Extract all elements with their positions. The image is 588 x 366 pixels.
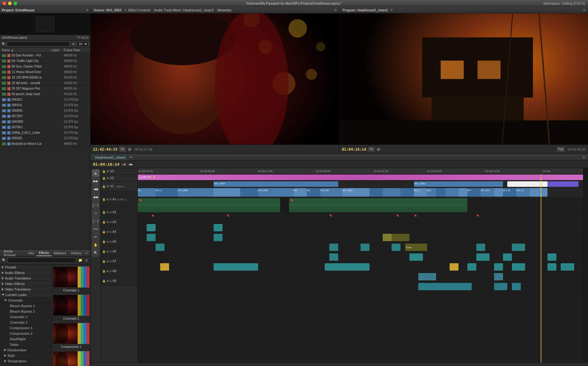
workspace-selector[interactable]: Workspace: Editing (CS5.5) (543, 2, 585, 5)
track-lock-a4[interactable]: 🔒 (102, 230, 106, 233)
clip-v1-mvi93[interactable]: MVI_93 (516, 188, 530, 197)
category-video-effects-header[interactable]: Video Effects (0, 281, 52, 287)
tab-program[interactable]: Program: HeatHouse2_clean2 (341, 8, 390, 13)
snap-icon[interactable]: |◀| (122, 163, 126, 166)
tool-slip[interactable]: [↔] (92, 217, 99, 225)
tool-pen[interactable]: ✏ (92, 233, 99, 241)
track-lock-a7[interactable]: 🔒 (102, 260, 106, 263)
tool-track-select[interactable]: ▶▶ (92, 177, 99, 185)
tool-rolling-edit[interactable]: ◆◆ (92, 193, 99, 201)
clip-v1-3[interactable] (240, 188, 258, 197)
effect-thumb-compression-2[interactable]: Compression 2 (54, 351, 88, 366)
subcategory-style[interactable]: Style (0, 353, 52, 358)
a7-clip-3[interactable] (467, 263, 476, 271)
a9-clip-3[interactable] (512, 283, 521, 290)
tool-zoom[interactable]: 🔍 (92, 249, 99, 256)
track-lock-a2[interactable]: 🔒 (102, 211, 106, 214)
track-solo-a6[interactable]: S (110, 250, 112, 253)
effect-compression-2[interactable]: Compression 2 (0, 331, 52, 336)
source-close[interactable]: ✕ (124, 8, 126, 12)
effect-sepia[interactable]: Sepia (0, 342, 52, 347)
list-item[interactable]: ♪ 29 357 Magnum Pist 48000 Hz (0, 86, 90, 91)
timeline-right-scroller[interactable] (583, 168, 588, 362)
clip-v2-white[interactable] (507, 181, 547, 187)
track-mute-a9[interactable]: M (106, 279, 109, 283)
a6-clip-5[interactable] (547, 253, 556, 261)
tool-ripple-edit[interactable]: ◀◆ (92, 185, 99, 193)
effect-compression-1[interactable]: Compression 1 (0, 325, 52, 331)
effect-thumb-cinematic-2[interactable]: Cinematic 2 (54, 295, 88, 320)
track-mute-a1[interactable]: M (106, 198, 109, 201)
track-lock-v2[interactable]: 🔒 (102, 177, 106, 180)
new-item-icon[interactable]: 🗒 (85, 259, 88, 262)
effect-bleach-bypass-2[interactable]: Bleach Bypass 2 (0, 309, 52, 314)
effect-thumb-compression-1[interactable]: Compression 1 (54, 323, 88, 349)
clip-v1-mv2[interactable]: MV (307, 188, 320, 197)
close-button[interactable] (2, 2, 6, 5)
effect-cinematic-2[interactable]: Cinematic 2 (0, 320, 52, 325)
minimize-button[interactable] (8, 2, 12, 5)
a6-clip-3[interactable] (476, 253, 490, 261)
clip-v1-mvi9955[interactable]: MVI_9955 (178, 188, 214, 197)
clip-v1-6[interactable] (383, 188, 400, 197)
track-mute-a8[interactable]: M (106, 270, 109, 273)
program-close[interactable]: ✕ (390, 8, 393, 12)
list-item[interactable]: ♪ 56 punch, body hard, 44100 Hz (0, 91, 90, 97)
subcategory-desaturation[interactable]: Desaturation (0, 347, 52, 353)
clip-v1-12[interactable] (494, 188, 503, 197)
effect-day4night[interactable]: Day4Night (0, 336, 52, 342)
list-item[interactable]: ▶ 1080p_2.00-1_Letter 23.976 fps (0, 130, 90, 136)
track-solo-a3[interactable]: S (110, 221, 112, 224)
clip-v1-mvi95[interactable]: MVI_95 (503, 188, 516, 197)
subcategory-cinematic[interactable]: Cinematic (0, 298, 52, 303)
clip-v2-purple[interactable] (547, 181, 579, 187)
a7-clip-7[interactable] (561, 263, 574, 271)
clip-v1-9[interactable] (436, 188, 445, 197)
a7-clip-4[interactable] (494, 263, 503, 271)
project-search-input[interactable] (7, 41, 70, 47)
track-visibility-v2[interactable]: 👁 (106, 177, 109, 180)
a7-clip-5[interactable] (512, 263, 525, 271)
lumetri-clip[interactable]: LUMETRI ⚡ (138, 175, 583, 180)
clip-v1-mvi9955b[interactable]: MVI_9955 (258, 188, 294, 197)
track-mute-a2[interactable]: M (106, 211, 109, 214)
clip-v1-mvi209[interactable]: MVI_209 (481, 188, 494, 197)
list-item[interactable]: ♪ Bodyfall on Wood 1.ai 48000 Hz (0, 141, 90, 147)
program-fit-btn[interactable]: Fit (368, 147, 374, 152)
program-full-btn[interactable]: Full (557, 147, 565, 152)
a5-clip-3[interactable] (361, 244, 369, 251)
list-item[interactable]: ♪ 18 fall body – wood& 44100 Hz (0, 80, 90, 86)
a5-clip-2[interactable] (329, 244, 338, 251)
clip-v1-mvi[interactable]: MVI (294, 188, 307, 197)
tab-effects[interactable]: Effects (36, 250, 51, 256)
track-solo-a9[interactable]: S (110, 279, 112, 283)
timeline-sequence-tab[interactable]: HeatHouse2_clean2 (92, 155, 129, 160)
effects-search-input[interactable] (7, 258, 76, 263)
list-item[interactable]: ▶ 00658W 23.976 fps (0, 119, 90, 125)
source-panel-menu[interactable]: ≡ (333, 8, 338, 13)
list-item[interactable]: ▶ 0068N3 23.976 fps (0, 108, 90, 114)
ripple-icon[interactable]: ◀▶ (128, 163, 133, 166)
clip-v1-2[interactable] (214, 188, 240, 197)
timeline-close[interactable]: ✕ (130, 156, 132, 159)
list-item[interactable]: ♪ 06 Gun, Classic Pistol 48000 Hz (0, 64, 90, 69)
a3-clip-2[interactable] (214, 224, 222, 231)
maximize-button[interactable] (14, 2, 17, 5)
category-lumetri-header[interactable]: Lumetri Looks (0, 292, 52, 298)
tool-hand[interactable]: ✋ (92, 241, 99, 248)
track-visibility-v3[interactable]: 👁 (106, 170, 109, 173)
cons-clip-2[interactable]: Cons (405, 244, 427, 251)
tab-source[interactable]: Source: MVI_9955 (92, 8, 123, 13)
tool-slide[interactable]: ⟺ (92, 225, 99, 233)
track-solo-a4[interactable]: S (110, 230, 112, 233)
clip-v2-mvi9953[interactable]: MVI_9953 (214, 181, 338, 187)
list-item[interactable]: ▶ 00706U 23.976 fps (0, 125, 90, 130)
clip-v1-5[interactable] (369, 188, 383, 197)
list-item[interactable]: ♪ 04–Traffic Light City 48000 Hz (0, 58, 90, 64)
list-item[interactable]: ♪ 18 135 BPM DEMO.w 44100 Hz (0, 75, 90, 80)
track-lock-a6[interactable]: 🔒 (102, 250, 106, 253)
a6-clip-4[interactable] (503, 253, 512, 261)
a5-clip-1[interactable] (156, 244, 164, 251)
a7-clip-2[interactable] (325, 263, 369, 271)
clip-v1-mvi1[interactable]: MVI_1 (414, 188, 427, 197)
